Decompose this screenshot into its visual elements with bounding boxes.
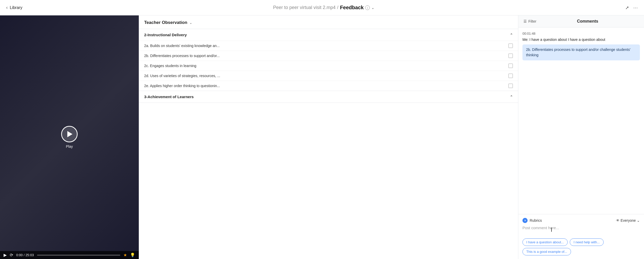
rubric-item-2c-label: 2c. Engages students in learning — [144, 64, 508, 68]
quick-reply-question-btn[interactable]: I have a question about... — [522, 238, 568, 246]
comment-textarea-wrap: Post comment here... — [522, 226, 640, 236]
video-rubric-row: Play ▶ ⟳ 0:00 / 25:03 ★ 💡 Teacher Observ… — [0, 15, 518, 259]
rubric-checkbox-2a[interactable] — [508, 43, 513, 48]
rubric-item-2c[interactable]: 2c. Engages students in learning — [139, 61, 518, 71]
progress-bar[interactable] — [37, 255, 120, 256]
play-label: Play — [66, 144, 73, 149]
rubric-section-3-label: 3-Achievement of Learners — [144, 95, 194, 99]
rubric-checkbox-2c[interactable] — [508, 63, 513, 68]
back-nav[interactable]: ‹ Library — [6, 5, 22, 10]
comments-header: ☰ Filter Comments — [518, 15, 644, 27]
bulb-icon[interactable]: 💡 — [130, 253, 135, 257]
breadcrumb-file: Peer to peer virtual visit 2.mp4 — [273, 5, 336, 10]
rubric-chevron-icon: ⌄ — [189, 21, 192, 25]
quick-reply-example-btn[interactable]: This is a good example of... — [522, 248, 571, 255]
comment-highlight: 2b. Differentiates processes to support … — [522, 44, 640, 60]
topbar-actions: ➚ ⋯ — [625, 5, 638, 11]
topbar: ‹ Library Peer to peer virtual visit 2.m… — [0, 0, 644, 15]
info-icon[interactable]: i — [365, 5, 370, 10]
rubric-item-2a[interactable]: 2a. Builds on students' existing knowled… — [139, 41, 518, 51]
comment-text: Me: I have a question about I have a que… — [522, 37, 640, 42]
rewind-button[interactable]: ⟳ — [10, 253, 13, 257]
comment-tags-row: ✕ Rubrics 👁 Everyone ⌄ — [522, 218, 640, 223]
rubric-section-3: 3-Achievement of Learners ⌃ — [139, 91, 518, 103]
rubric-item-2a-label: 2a. Builds on students' existing knowled… — [144, 44, 508, 48]
eye-icon: 👁 — [616, 218, 620, 223]
quick-reply-row: I have a question about... I need help w… — [522, 238, 640, 255]
comment-timestamp: 00:01:48 — [522, 32, 640, 35]
rubric-panel: Teacher Observation ⌄ 2-Instructional De… — [139, 15, 518, 259]
tag-label: Rubrics — [530, 218, 542, 223]
video-container: Play ▶ ⟳ 0:00 / 25:03 ★ 💡 — [0, 15, 139, 259]
audience-chevron-icon: ⌄ — [637, 218, 640, 223]
star-icon[interactable]: ★ — [123, 253, 127, 257]
play-pause-button[interactable]: ▶ — [4, 253, 7, 257]
comments-title: Comments — [536, 19, 639, 24]
comments-body: 00:01:48 Me: I have a question about I h… — [518, 27, 644, 214]
breadcrumb: Peer to peer virtual visit 2.mp4 / Feedb… — [273, 5, 374, 11]
rubric-section-2-chevron: ⌃ — [510, 33, 513, 37]
breadcrumb-sep: / — [337, 5, 338, 10]
rubric-section-2-label: 2-Instructional Delivery — [144, 33, 187, 37]
rubric-item-2e[interactable]: 2e. Applies higher order thinking to que… — [139, 81, 518, 91]
rubric-section-2: 2-Instructional Delivery ⌃ 2a. Builds on… — [139, 29, 518, 91]
filter-label: Filter — [528, 19, 536, 23]
rubric-item-2d[interactable]: 2d. Uses of varieties of strategies, res… — [139, 71, 518, 81]
rubric-header[interactable]: Teacher Observation ⌄ — [139, 15, 518, 29]
rubric-checkbox-2e[interactable] — [508, 84, 513, 88]
tag-remove-button[interactable]: ✕ — [522, 218, 528, 223]
rubric-item-2e-label: 2e. Applies higher order thinking to que… — [144, 84, 508, 88]
time-display: 0:00 / 25:03 — [16, 253, 34, 257]
chevron-down-icon[interactable]: ⌄ — [371, 6, 374, 10]
audience-label: Everyone — [621, 218, 636, 223]
rubric-checkbox-2d[interactable] — [508, 73, 513, 78]
text-cursor — [551, 228, 552, 232]
breadcrumb-active: Feedback — [340, 5, 364, 11]
left-panel: Play ▶ ⟳ 0:00 / 25:03 ★ 💡 Teacher Observ… — [0, 15, 518, 259]
quick-reply-help-btn[interactable]: I need help with... — [570, 238, 604, 246]
rubric-item-2d-label: 2d. Uses of varieties of strategies, res… — [144, 74, 508, 78]
rubric-item-2b[interactable]: 2b. Differentiates processes to support … — [139, 51, 518, 61]
main-content: Play ▶ ⟳ 0:00 / 25:03 ★ 💡 Teacher Observ… — [0, 15, 644, 259]
filter-icon: ☰ — [523, 19, 527, 23]
library-label: Library — [10, 5, 22, 10]
rubric-title: Teacher Observation — [144, 20, 187, 25]
rubric-item-2b-label: 2b. Differentiates processes to support … — [144, 54, 508, 58]
more-options-button[interactable]: ⋯ — [633, 5, 638, 11]
rubric-section-3-chevron: ⌃ — [510, 95, 513, 99]
back-icon: ‹ — [6, 5, 8, 10]
audience-selector[interactable]: 👁 Everyone ⌄ — [616, 218, 640, 223]
play-button[interactable] — [61, 126, 78, 142]
filter-button[interactable]: ☰ Filter — [523, 19, 536, 23]
video-controls: ▶ ⟳ 0:00 / 25:03 ★ 💡 — [0, 251, 139, 259]
rubric-checkbox-2b[interactable] — [508, 53, 513, 58]
play-triangle-icon — [67, 131, 72, 137]
share-button[interactable]: ➚ — [625, 5, 629, 11]
rubric-section-3-header[interactable]: 3-Achievement of Learners ⌃ — [139, 91, 518, 103]
rubric-section-2-header[interactable]: 2-Instructional Delivery ⌃ — [139, 29, 518, 41]
comment-input-area: ✕ Rubrics 👁 Everyone ⌄ Post comment here… — [518, 214, 644, 259]
comments-panel: ☰ Filter Comments 00:01:48 Me: I have a … — [518, 15, 644, 259]
